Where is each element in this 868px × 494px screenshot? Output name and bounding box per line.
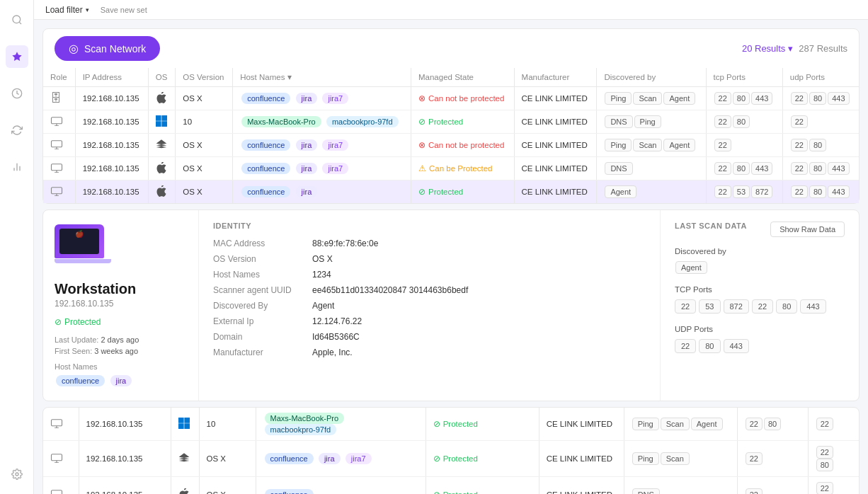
os-cell: [148, 87, 175, 110]
show-raw-data-button[interactable]: Show Raw Data: [770, 222, 845, 237]
sidebar-item-chart[interactable]: [6, 156, 28, 178]
svg-rect-8: [52, 164, 62, 171]
svg-rect-9: [52, 188, 62, 194]
sort-icon: ▾: [287, 73, 292, 81]
status-cell: ⊘ Protected: [426, 477, 539, 495]
panel-header: ◎ Scan Network 20 Results ▾ 287 Results: [43, 29, 859, 68]
status-icon: ⊘: [433, 419, 440, 429]
protected-icon: ⊘: [55, 317, 62, 327]
chevron-down-icon: ▾: [86, 6, 89, 13]
tcp-cell: 2280443: [706, 157, 782, 180]
device-detail-panel: 🍎 Workstation 192.168.10.135 ⊘ Protected…: [42, 209, 860, 401]
sidebar-item-settings[interactable]: [6, 463, 28, 486]
col-manufacturer: Manufacturer: [514, 68, 597, 87]
tcp-port-443: 443: [800, 299, 826, 314]
hostnames-label: Host Names: [55, 362, 187, 371]
hostnames-value: 1234: [312, 270, 331, 280]
bottom-table: 192.168.10.135 10 Maxs-MacBook-Pro macbo…: [43, 408, 859, 494]
col-udp: udp Ports: [782, 68, 859, 87]
last-update: Last Update: 2 days ago: [55, 335, 187, 344]
tcp-port-80: 80: [776, 299, 797, 314]
status-icon: ⊘: [418, 187, 426, 197]
save-new-set-link[interactable]: Save new set: [101, 6, 147, 14]
hostname-tag-confluence: confluence: [56, 375, 105, 386]
ip-cell: 192.168.10.135: [79, 408, 171, 441]
status-icon: ⊘: [433, 454, 440, 464]
ip-cell: 192.168.10.135: [75, 110, 148, 134]
tcp-cell: 2280: [737, 408, 808, 441]
tcp-ports-group: 22 53 872 22 80 443: [675, 299, 845, 314]
table-row[interactable]: 192.168.10.135 10 Maxs-MacBook-Pro macbo…: [43, 110, 859, 134]
status-cell: ⚠ Can be Protected: [411, 157, 514, 180]
table-row[interactable]: 192.168.10.135 10 Maxs-MacBook-Pro macbo…: [43, 408, 859, 441]
svg-rect-6: [52, 117, 62, 124]
col-tcp: tcp Ports: [706, 68, 782, 87]
status-cell: ⊘ Protected: [411, 110, 514, 134]
ip-cell: 192.168.10.135: [79, 441, 171, 477]
server-icon: 🗄: [50, 92, 62, 104]
tcp-cell: 2280443: [706, 87, 782, 110]
table-row[interactable]: 192.168.10.135 OS X confluence jira jira…: [43, 441, 859, 477]
os-version-cell: OS X: [176, 157, 233, 180]
table-row[interactable]: 🗄 192.168.10.135 OS X confluence jira: [43, 87, 859, 110]
table-row[interactable]: 192.168.10.135 OS X confluence jira jira…: [43, 157, 859, 180]
identity-row-scanner: Scanner agent UUID ee465b11d01334020847 …: [213, 285, 646, 295]
role-cell: [43, 408, 79, 441]
load-filter-btn[interactable]: Load filter ▾: [45, 5, 89, 15]
udp-ports-label: UDP Ports: [675, 325, 845, 333]
os-version-cell: OS X: [176, 134, 233, 157]
scan-network-button[interactable]: ◎ Scan Network: [55, 36, 160, 61]
manufacturer-cell: CE LINK LIMITED: [539, 441, 624, 477]
status-icon: ⚠: [418, 163, 426, 173]
sidebar-item-refresh[interactable]: [6, 119, 28, 142]
device-info-section: 🍎 Workstation 192.168.10.135 ⊘ Protected…: [43, 210, 199, 401]
identity-row-hostnames: Host Names 1234: [213, 270, 646, 280]
hostnames-label: Host Names: [213, 270, 312, 280]
tcp-port-22: 22: [675, 299, 696, 314]
discovered-cell: PingScanAgent: [624, 408, 737, 441]
role-cell: [43, 134, 75, 157]
network-table: Role IP Address OS OS Version Host Names…: [43, 68, 859, 203]
manufacturer-cell: CE LINK LIMITED: [514, 87, 597, 110]
tcp-port-53: 53: [699, 299, 720, 314]
hostnames-cell: Maxs-MacBook-Pro macbookpro-97fd: [233, 110, 411, 134]
domain-label: Domain: [213, 332, 312, 342]
tcp-cell: 2280: [706, 110, 782, 134]
col-hostnames[interactable]: Host Names ▾: [233, 68, 411, 87]
filtered-results: 20 Results ▾: [742, 43, 793, 54]
hostnames-cell: confluence jira jira7: [256, 441, 426, 477]
status-icon: ⊘: [433, 490, 440, 494]
status-label: Protected: [64, 317, 101, 327]
identity-row-os: OS Version OS X: [213, 254, 646, 264]
hostnames-cell: confluence jira jira7: [233, 134, 411, 157]
discovered-cell: Agent: [597, 180, 706, 204]
os-label: OS Version: [213, 254, 312, 264]
chevron-down-icon: ▾: [788, 43, 793, 54]
identity-title: IDENTITY: [213, 222, 646, 230]
hostnames-cell: confluence jira jira7: [233, 157, 411, 180]
udp-ports-group: 22 80 443: [675, 339, 845, 353]
os-value: OS X: [312, 254, 333, 264]
tcp-cell: 22: [706, 134, 782, 157]
role-cell: [43, 441, 79, 477]
table-row[interactable]: 192.168.10.135 OS X confluence ⊘ Protect…: [43, 477, 859, 495]
hostnames-cell: Maxs-MacBook-Pro macbookpro-97fd: [256, 408, 426, 441]
results-info: 20 Results ▾ 287 Results: [742, 43, 847, 54]
table-row-selected[interactable]: 192.168.10.135 OS X confluence jira: [43, 180, 859, 204]
table-row[interactable]: 192.168.10.135 OS X confluence jira jira…: [43, 134, 859, 157]
manufacturer-label: Manufacturer: [213, 347, 312, 357]
role-cell: [43, 180, 75, 204]
sidebar-item-search[interactable]: [6, 8, 28, 31]
udp-cell: 2280: [782, 134, 859, 157]
main-panel: ◎ Scan Network 20 Results ▾ 287 Results: [42, 28, 860, 204]
mac-value: 88:e9:fe:78:6e:0e: [312, 239, 378, 248]
ip-cell: 192.168.10.135: [75, 180, 148, 204]
col-managed-state: Managed State: [411, 68, 514, 87]
os-cell: [171, 441, 199, 477]
udp-cell: 2280: [808, 477, 859, 495]
os-version-cell: OS X: [199, 477, 256, 495]
sidebar-item-history[interactable]: [6, 82, 28, 105]
sidebar-item-star[interactable]: [6, 45, 28, 68]
tcp-cell: 2253872: [706, 180, 782, 204]
os-version-cell: OS X: [176, 87, 233, 110]
